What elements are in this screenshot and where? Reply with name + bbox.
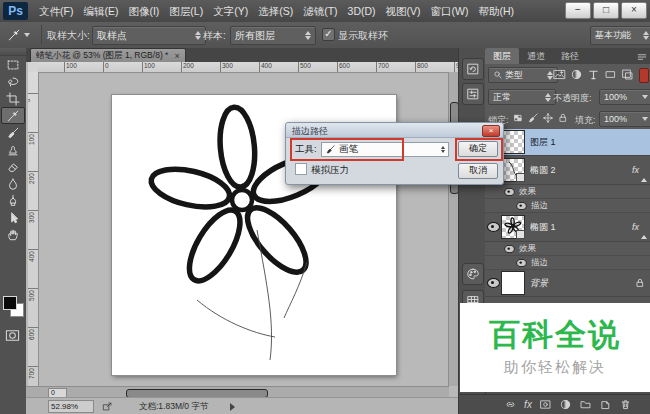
fill-dropdown[interactable]: 100% bbox=[599, 111, 650, 127]
layer-effect-row[interactable]: 效果 bbox=[485, 185, 650, 199]
vertical-scrollbar[interactable] bbox=[448, 72, 458, 386]
ruler-tick bbox=[220, 62, 221, 72]
layer-row[interactable]: 图层 1 bbox=[485, 129, 650, 156]
layer-thumbnail[interactable] bbox=[501, 158, 525, 182]
eye-icon[interactable] bbox=[487, 278, 500, 288]
visibility-cell[interactable] bbox=[485, 222, 501, 232]
filter-type-dropdown[interactable]: 类型 bbox=[488, 67, 558, 83]
eye-icon[interactable] bbox=[504, 188, 514, 196]
collapse-caret-icon[interactable] bbox=[641, 161, 647, 179]
lasso-tool[interactable] bbox=[1, 73, 25, 90]
minimize-button[interactable]: − bbox=[565, 2, 591, 19]
eye-icon[interactable] bbox=[504, 245, 514, 253]
menu-item[interactable]: 帮助(H) bbox=[474, 0, 520, 22]
menu-item[interactable]: 图层(L) bbox=[164, 0, 208, 22]
foreground-color-swatch[interactable] bbox=[3, 296, 17, 310]
layer-row[interactable]: 椭圆 2fx bbox=[485, 156, 650, 185]
menu-item[interactable]: 选择(S) bbox=[253, 0, 298, 22]
pen-tool[interactable] bbox=[1, 192, 25, 209]
opacity-dropdown[interactable]: 100% bbox=[599, 89, 650, 105]
eyedropper-tool[interactable] bbox=[1, 107, 25, 124]
panel-tab[interactable]: 图层 bbox=[485, 48, 519, 64]
tool-preset-chip[interactable] bbox=[4, 25, 42, 44]
layer-thumbnail[interactable] bbox=[501, 271, 525, 295]
panel-tab[interactable]: 通道 bbox=[519, 48, 553, 64]
filter-toggle-icon[interactable] bbox=[639, 68, 649, 83]
crop-tool[interactable] bbox=[1, 90, 25, 107]
dialog-title-bar[interactable]: 描边路径 × bbox=[286, 123, 503, 138]
eraser-tool[interactable] bbox=[1, 158, 25, 175]
new-layer-icon[interactable] bbox=[599, 398, 612, 411]
menu-item[interactable]: 图像(I) bbox=[123, 0, 164, 22]
blend-mode-dropdown[interactable]: 正常 bbox=[488, 89, 556, 105]
layer-effect-row[interactable]: 描边 bbox=[485, 199, 650, 213]
menu-item[interactable]: 文件(F) bbox=[34, 0, 78, 22]
rectangular-marquee-tool[interactable] bbox=[1, 56, 25, 73]
shape-filter-icon[interactable] bbox=[604, 68, 617, 81]
document-tab[interactable]: 蜡笔小花 @ 53% (图层 1, RGB/8) * × bbox=[30, 48, 186, 63]
layer-row[interactable]: 椭圆 1fx bbox=[485, 213, 650, 242]
collapse-caret-icon[interactable] bbox=[641, 218, 647, 236]
layer-thumbnail[interactable] bbox=[501, 215, 525, 239]
ok-button[interactable]: 确定 bbox=[458, 141, 498, 157]
tools-panel-grip[interactable] bbox=[0, 48, 26, 56]
eye-icon[interactable] bbox=[487, 222, 500, 232]
sample-label: 样本: bbox=[203, 29, 226, 43]
adjustment-layer-icon[interactable] bbox=[559, 398, 572, 411]
layer-row[interactable]: 背景 bbox=[485, 270, 650, 297]
zoom-level-field[interactable]: 52.98% bbox=[48, 400, 94, 413]
menu-item[interactable]: 文字(Y) bbox=[208, 0, 253, 22]
share-icon[interactable] bbox=[102, 401, 113, 412]
layer-effect-row[interactable]: 效果 bbox=[485, 242, 650, 256]
lock-move-icon[interactable] bbox=[542, 112, 554, 124]
history-icon[interactable] bbox=[462, 58, 484, 80]
brush-tool[interactable] bbox=[1, 124, 25, 141]
show-sampling-ring-checkbox[interactable]: ✓ bbox=[322, 28, 335, 41]
tab-close-icon[interactable]: × bbox=[174, 52, 179, 61]
lock-all-icon[interactable] bbox=[557, 112, 569, 124]
path-selection-tool[interactable] bbox=[1, 209, 25, 226]
menu-item[interactable]: 视图(V) bbox=[381, 0, 426, 22]
sample-dropdown[interactable]: 所有图层 bbox=[230, 26, 316, 45]
layer-style-badge[interactable]: fx bbox=[632, 165, 639, 175]
eye-icon[interactable] bbox=[516, 202, 526, 210]
layer-style-icon[interactable]: fx bbox=[524, 399, 532, 410]
lock-paint-icon[interactable] bbox=[527, 112, 539, 124]
layer-mask-icon[interactable] bbox=[539, 398, 552, 411]
layer-effect-row[interactable]: 描边 bbox=[485, 256, 650, 270]
eye-icon[interactable] bbox=[516, 259, 526, 267]
panel-tab[interactable]: 路径 bbox=[553, 48, 587, 64]
menu-item[interactable]: 3D(D) bbox=[343, 0, 381, 22]
blur-tool[interactable] bbox=[1, 175, 25, 192]
delete-layer-icon[interactable] bbox=[619, 398, 632, 411]
pixel-filter-icon[interactable] bbox=[553, 68, 566, 81]
simulate-pressure-checkbox[interactable] bbox=[295, 163, 307, 175]
lock-transparency-icon[interactable] bbox=[512, 112, 524, 124]
dialog-close-button[interactable]: × bbox=[482, 125, 500, 137]
sample-size-dropdown[interactable]: 取样点 bbox=[92, 26, 206, 45]
close-button[interactable]: × bbox=[621, 2, 647, 19]
hand-tool[interactable] bbox=[1, 226, 25, 243]
cancel-button[interactable]: 取消 bbox=[458, 163, 498, 179]
visibility-cell[interactable] bbox=[485, 278, 501, 288]
type-filter-icon[interactable] bbox=[587, 68, 600, 81]
status-arrow-icon[interactable] bbox=[230, 403, 235, 411]
adjustments-icon[interactable] bbox=[462, 83, 484, 105]
maximize-button[interactable]: □ bbox=[593, 2, 619, 19]
layer-group-icon[interactable] bbox=[579, 398, 592, 411]
color-icon[interactable] bbox=[462, 263, 484, 285]
menu-item[interactable]: 滤镜(T) bbox=[298, 0, 342, 22]
clone-stamp-tool[interactable] bbox=[1, 141, 25, 158]
layer-thumbnail[interactable] bbox=[501, 130, 525, 154]
smartobject-filter-icon[interactable] bbox=[621, 68, 634, 81]
panel-menu-icon[interactable] bbox=[636, 51, 648, 64]
horizontal-ruler: 1000100200300400500600700800900 bbox=[38, 62, 458, 73]
quick-mask-icon[interactable] bbox=[5, 328, 20, 343]
stroke-tool-dropdown[interactable]: 画笔 bbox=[321, 142, 449, 157]
adjustment-filter-icon[interactable] bbox=[570, 68, 583, 81]
workspace-dropdown[interactable]: 基本功能 bbox=[590, 26, 650, 45]
layer-style-badge[interactable]: fx bbox=[632, 222, 639, 232]
link-layers-icon[interactable] bbox=[504, 398, 517, 411]
menu-item[interactable]: 编辑(E) bbox=[78, 0, 123, 22]
menu-item[interactable]: 窗口(W) bbox=[426, 0, 474, 22]
